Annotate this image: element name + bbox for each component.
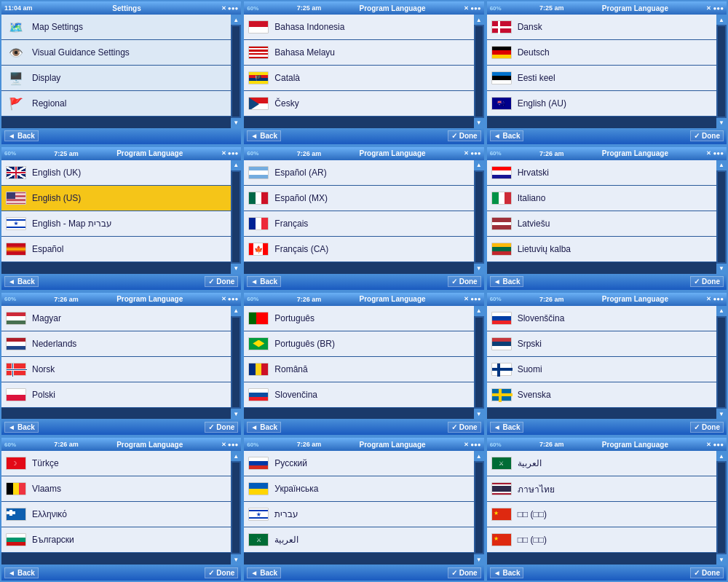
scroll-up-button[interactable]: ▲ [474,451,484,461]
list-item[interactable]: Srpski [487,331,716,357]
done-button[interactable]: ✓ Done [205,276,238,287]
scroll-up-button[interactable]: ▲ [231,15,241,25]
list-item[interactable]: Nederlands [1,331,231,357]
back-button[interactable]: ◄ Back [247,130,281,141]
list-item[interactable]: Bahasa Indonesia [244,15,473,40]
list-item[interactable]: Polski [1,382,231,408]
scrollbar[interactable]: ▲▼ [231,15,241,128]
list-item[interactable]: ☽Türkçe [1,451,231,476]
scroll-up-button[interactable]: ▲ [716,306,727,316]
list-item[interactable]: Vlaams [1,476,231,502]
list-item[interactable]: Bahasa Melayu [244,40,473,66]
scroll-down-button[interactable]: ▼ [474,554,484,565]
list-item[interactable]: 🖥️Display [1,66,231,91]
scroll-down-button[interactable]: ▼ [231,554,241,565]
list-item[interactable]: Español (MX) [244,186,473,211]
list-item[interactable]: Slovenščina [487,306,716,331]
list-item[interactable]: Dansk [487,15,716,40]
list-item[interactable]: Български [1,527,231,553]
list-item[interactable]: 🚩Regional [1,91,231,117]
done-button[interactable]: ✓ Done [690,422,724,433]
back-button[interactable]: ◄ Back [4,422,39,433]
scroll-up-button[interactable]: ▲ [231,451,241,461]
list-item[interactable]: Português (BR) [244,331,473,357]
list-item[interactable]: Slovenčina [244,382,473,408]
list-item[interactable]: 👁️Visual Guidance Settings [1,40,231,66]
scrollbar[interactable]: ▲▼ [716,451,727,565]
list-item[interactable]: Italiano [487,186,716,211]
scrollbar[interactable]: ▲▼ [231,451,241,565]
list-item[interactable]: 🏴Català [244,66,473,91]
list-item[interactable]: ⚔العربية [244,527,473,553]
scroll-down-button[interactable]: ▼ [474,409,484,419]
scrollbar[interactable]: ▲▼ [474,15,484,128]
list-item[interactable]: Русский [244,451,473,476]
list-item[interactable]: Español [1,237,231,262]
list-item[interactable]: Deutsch [487,40,716,66]
list-item[interactable]: Português [244,306,473,331]
back-button[interactable]: ◄ Back [247,567,281,578]
scroll-up-button[interactable]: ▲ [474,160,484,170]
list-item[interactable]: ★□□ (□□) [487,502,716,527]
scroll-up-button[interactable]: ▲ [231,306,241,316]
done-button[interactable]: ✓ Done [448,276,481,287]
back-button[interactable]: ◄ Back [490,276,524,287]
list-item[interactable]: Français [244,211,473,237]
scroll-up-button[interactable]: ▲ [474,15,484,25]
scrollbar[interactable]: ▲▼ [716,15,727,128]
list-item[interactable]: Español (AR) [244,160,473,186]
done-button[interactable]: ✓ Done [690,276,724,287]
scroll-up-button[interactable]: ▲ [716,160,727,170]
scrollbar[interactable]: ▲▼ [474,306,484,420]
scroll-down-button[interactable]: ▼ [716,264,727,274]
scrollbar[interactable]: ▲▼ [474,160,484,274]
scroll-down-button[interactable]: ▼ [231,409,241,419]
list-item[interactable]: Hrvatski [487,160,716,186]
list-item[interactable]: 🇦🇺English (AU) [487,91,716,117]
back-button[interactable]: ◄ Back [4,130,39,141]
list-item[interactable]: Magyar [1,306,231,331]
done-button[interactable]: ✓ Done [205,567,238,578]
scrollbar[interactable]: ▲▼ [474,451,484,565]
list-item[interactable]: עברית [244,502,473,527]
done-button[interactable]: ✓ Done [448,130,481,141]
scroll-up-button[interactable]: ▲ [716,15,727,25]
list-item[interactable]: Česky [244,91,473,117]
scroll-up-button[interactable]: ▲ [474,306,484,316]
scroll-down-button[interactable]: ▼ [231,118,241,128]
scrollbar[interactable]: ▲▼ [231,306,241,420]
list-item[interactable]: Latviešu [487,211,716,237]
back-button[interactable]: ◄ Back [247,276,281,287]
done-button[interactable]: ✓ Done [448,567,481,578]
done-button[interactable]: ✓ Done [205,422,238,433]
list-item[interactable]: English - Map עברית [1,211,231,237]
list-item[interactable]: English (US) [1,186,231,211]
list-item[interactable]: Ελληνικό [1,502,231,527]
back-button[interactable]: ◄ Back [490,422,524,433]
done-button[interactable]: ✓ Done [690,130,724,141]
back-button[interactable]: ◄ Back [490,130,524,141]
scrollbar[interactable]: ▲▼ [716,160,727,274]
scroll-down-button[interactable]: ▼ [474,264,484,274]
scroll-down-button[interactable]: ▼ [716,118,727,128]
list-item[interactable]: Lietuvių kalba [487,237,716,262]
list-item[interactable]: Suomi [487,357,716,382]
list-item[interactable]: ★□□ (□□) [487,527,716,553]
back-button[interactable]: ◄ Back [4,276,39,287]
back-button[interactable]: ◄ Back [247,422,281,433]
done-button[interactable]: ✓ Done [448,422,481,433]
list-item[interactable]: Svenska [487,382,716,408]
scrollbar[interactable]: ▲▼ [231,160,241,274]
list-item[interactable]: ⚔العربية [487,451,716,476]
list-item[interactable]: Română [244,357,473,382]
back-button[interactable]: ◄ Back [4,567,39,578]
list-item[interactable]: Українська [244,476,473,502]
scroll-down-button[interactable]: ▼ [474,118,484,128]
scroll-down-button[interactable]: ▼ [231,264,241,274]
done-button[interactable]: ✓ Done [690,567,724,578]
scrollbar[interactable]: ▲▼ [716,306,727,420]
scroll-down-button[interactable]: ▼ [716,409,727,419]
scroll-up-button[interactable]: ▲ [716,451,727,461]
list-item[interactable]: English (UK) [1,160,231,186]
scroll-down-button[interactable]: ▼ [716,554,727,565]
